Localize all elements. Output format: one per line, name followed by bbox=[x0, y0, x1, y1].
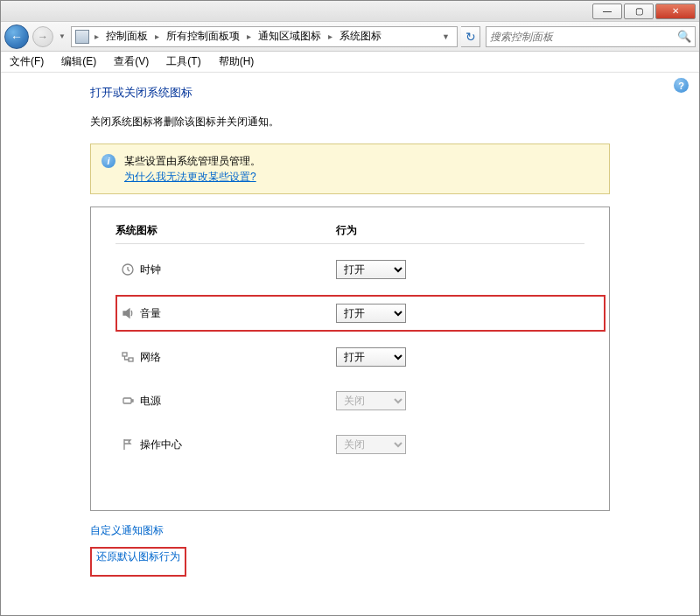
nav-forward-button[interactable]: → bbox=[32, 26, 53, 47]
minimize-button[interactable]: — bbox=[592, 4, 622, 19]
menu-bar: 文件(F) 编辑(E) 查看(V) 工具(T) 帮助(H) bbox=[1, 52, 699, 73]
behavior-select: 打开关闭 bbox=[336, 391, 406, 410]
table-row: 音量打开关闭 bbox=[116, 291, 584, 335]
table-row: 网络打开关闭 bbox=[116, 335, 584, 379]
system-icons-panel: 系统图标 行为 时钟打开关闭音量打开关闭网络打开关闭电源打开关闭操作中心打开关闭 bbox=[90, 206, 610, 511]
row-label: 网络 bbox=[140, 350, 336, 365]
admin-info-box: i 某些设置由系统管理员管理。 为什么我无法更改某些设置? bbox=[90, 144, 610, 194]
navbar: ← → ▼ ▸ 控制面板 ▸ 所有控制面板项 ▸ 通知区域图标 ▸ 系统图标 ▼… bbox=[1, 22, 699, 52]
svg-rect-1 bbox=[122, 353, 127, 356]
customize-link[interactable]: 自定义通知图标 bbox=[90, 523, 164, 538]
titlebar: — ▢ ✕ bbox=[1, 1, 699, 22]
search-icon[interactable]: 🔍 bbox=[677, 30, 691, 43]
menu-help[interactable]: 帮助(H) bbox=[215, 52, 258, 71]
search-input[interactable] bbox=[490, 31, 677, 43]
breadcrumb-item[interactable]: 通知区域图标 bbox=[256, 29, 323, 44]
content-area: ? 打开或关闭系统图标 关闭系统图标将删除该图标并关闭通知。 i 某些设置由系统… bbox=[1, 73, 699, 615]
menu-edit[interactable]: 编辑(E) bbox=[58, 52, 100, 71]
behavior-select[interactable]: 打开关闭 bbox=[336, 304, 406, 323]
nav-back-button[interactable]: ← bbox=[4, 24, 29, 49]
info-icon: i bbox=[102, 154, 116, 168]
address-dropdown[interactable]: ▼ bbox=[438, 31, 453, 43]
breadcrumb-item[interactable]: 系统图标 bbox=[338, 29, 383, 44]
menu-view[interactable]: 查看(V) bbox=[110, 52, 152, 71]
help-icon[interactable]: ? bbox=[674, 78, 689, 93]
header-system-icon: 系统图标 bbox=[116, 223, 336, 238]
flag-icon bbox=[116, 438, 140, 452]
network-icon bbox=[116, 350, 140, 364]
row-label: 操作中心 bbox=[140, 438, 336, 452]
menu-file[interactable]: 文件(F) bbox=[6, 52, 47, 71]
chevron-right-icon: ▸ bbox=[93, 32, 101, 41]
maximize-button[interactable]: ▢ bbox=[624, 4, 654, 19]
header-behavior: 行为 bbox=[336, 223, 584, 238]
table-row: 时钟打开关闭 bbox=[116, 248, 584, 291]
menu-tools[interactable]: 工具(T) bbox=[163, 52, 204, 71]
page-title: 打开或关闭系统图标 bbox=[90, 85, 610, 101]
svg-rect-2 bbox=[129, 358, 133, 361]
address-bar[interactable]: ▸ 控制面板 ▸ 所有控制面板项 ▸ 通知区域图标 ▸ 系统图标 ▼ bbox=[71, 26, 458, 47]
behavior-select: 打开关闭 bbox=[336, 435, 406, 454]
row-label: 音量 bbox=[140, 306, 336, 321]
info-link[interactable]: 为什么我无法更改某些设置? bbox=[124, 171, 256, 183]
page-description: 关闭系统图标将删除该图标并关闭通知。 bbox=[90, 115, 610, 130]
table-header: 系统图标 行为 bbox=[116, 223, 584, 244]
control-panel-icon bbox=[75, 30, 89, 44]
behavior-select[interactable]: 打开关闭 bbox=[336, 347, 406, 367]
chevron-right-icon: ▸ bbox=[245, 32, 253, 41]
nav-history-dropdown[interactable]: ▼ bbox=[57, 32, 67, 40]
volume-icon bbox=[116, 306, 140, 320]
breadcrumb-item[interactable]: 所有控制面板项 bbox=[164, 29, 242, 44]
info-text: 某些设置由系统管理员管理。 bbox=[124, 155, 261, 167]
table-row: 操作中心打开关闭 bbox=[116, 423, 584, 466]
chevron-right-icon: ▸ bbox=[153, 32, 161, 41]
window: — ▢ ✕ ← → ▼ ▸ 控制面板 ▸ 所有控制面板项 ▸ 通知区域图标 ▸ … bbox=[0, 0, 700, 616]
close-button[interactable]: ✕ bbox=[655, 4, 696, 19]
table-row: 电源打开关闭 bbox=[116, 379, 584, 423]
restore-defaults-link[interactable]: 还原默认图标行为 bbox=[96, 550, 180, 564]
clock-icon bbox=[116, 262, 140, 276]
row-label: 电源 bbox=[140, 394, 336, 409]
power-icon bbox=[116, 394, 140, 408]
search-box[interactable]: 🔍 bbox=[486, 26, 696, 47]
refresh-button[interactable]: ↻ bbox=[461, 26, 480, 47]
behavior-select[interactable]: 打开关闭 bbox=[336, 260, 406, 279]
svg-rect-3 bbox=[123, 398, 131, 403]
chevron-right-icon: ▸ bbox=[326, 32, 334, 41]
breadcrumb-item[interactable]: 控制面板 bbox=[104, 29, 150, 44]
row-label: 时钟 bbox=[140, 262, 336, 277]
footer-links: 自定义通知图标 还原默认图标行为 bbox=[90, 523, 610, 577]
